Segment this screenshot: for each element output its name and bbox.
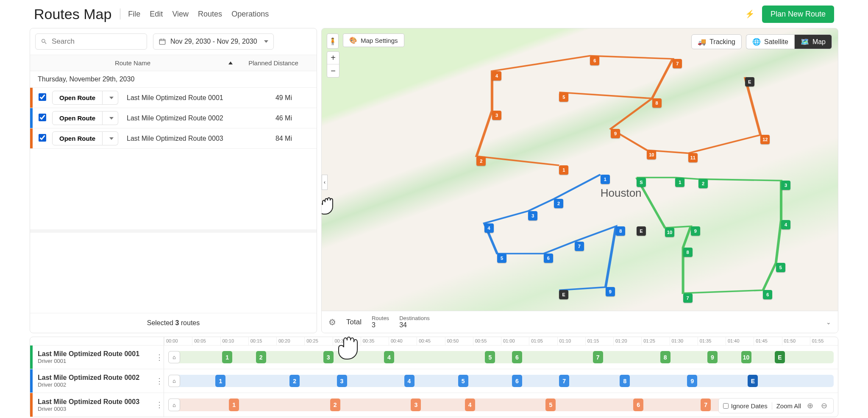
column-route-name[interactable]: Route Name	[56, 59, 209, 67]
route-checkbox[interactable]	[39, 114, 46, 121]
open-route-dropdown[interactable]	[103, 91, 118, 105]
plan-new-route-button[interactable]: Plan New Route	[762, 6, 834, 23]
map-stop-pin[interactable]: 2	[554, 199, 563, 208]
timeline-stop[interactable]: 5	[545, 398, 556, 411]
map-stop-pin[interactable]: E	[559, 290, 568, 299]
map-stop-pin[interactable]: 4	[492, 71, 501, 81]
map-stop-pin[interactable]: 6	[544, 254, 553, 263]
timeline-track[interactable]: ⌂ 123456789E	[164, 369, 838, 393]
menu-routes[interactable]: Routes	[198, 10, 222, 19]
open-route-button[interactable]: Open Route	[52, 131, 103, 145]
map-stop-pin[interactable]: 9	[691, 226, 700, 236]
timeline-stop[interactable]: 8	[660, 351, 670, 363]
map-stop-pin[interactable]: 8	[683, 248, 693, 257]
map-stop-pin[interactable]: 10	[647, 150, 656, 159]
map-stop-pin[interactable]: 12	[760, 135, 770, 144]
map-stop-pin[interactable]: E	[637, 226, 646, 236]
route-row[interactable]: Open Route Last Mile Optimized Route 000…	[30, 88, 317, 108]
map-stop-pin[interactable]: 5	[497, 254, 506, 263]
menu-operations[interactable]: Operations	[231, 10, 269, 19]
map-stop-pin[interactable]: 8	[616, 226, 625, 236]
timeline-stop[interactable]: 2	[330, 398, 340, 411]
timeline-stop[interactable]: 1	[229, 398, 239, 411]
map-stop-pin[interactable]: S	[637, 178, 646, 187]
zoom-in-icon[interactable]: ⊕	[805, 401, 815, 410]
checkbox[interactable]	[723, 403, 729, 409]
map-stop-pin[interactable]: 6	[763, 290, 772, 299]
map-stop-pin[interactable]: 2	[476, 156, 486, 166]
search-input[interactable]	[52, 37, 142, 46]
zoom-all-button[interactable]: Zoom All	[776, 402, 801, 410]
home-icon[interactable]: ⌂	[168, 398, 180, 411]
map-stop-pin[interactable]: 9	[606, 287, 615, 296]
timeline-stop[interactable]: 9	[687, 375, 697, 387]
open-route-button[interactable]: Open Route	[52, 111, 103, 125]
menu-file[interactable]: File	[128, 10, 140, 19]
row-menu-icon[interactable]: ⋮	[155, 369, 164, 393]
map-stop-pin[interactable]: 11	[688, 153, 698, 162]
home-icon[interactable]: ⌂	[168, 351, 180, 363]
timeline-stop[interactable]: 9	[707, 351, 718, 363]
scrollbar-horizontal[interactable]	[30, 229, 317, 233]
map-stop-pin[interactable]: 4	[484, 223, 494, 233]
map-stop-pin[interactable]: 3	[528, 211, 537, 220]
map-stop-pin[interactable]: 6	[590, 56, 599, 65]
column-planned-distance[interactable]: Planned Distance	[228, 59, 312, 67]
map-settings-button[interactable]: 🎨 Map Settings	[343, 33, 404, 47]
map-stop-pin[interactable]: 1	[601, 175, 610, 184]
zoom-out-button[interactable]: −	[327, 64, 339, 77]
route-checkbox[interactable]	[39, 134, 46, 142]
timeline-stop[interactable]: E	[775, 351, 785, 363]
map-stop-pin[interactable]: 1	[675, 178, 684, 187]
timeline-stop[interactable]: 3	[323, 351, 334, 363]
timeline-track[interactable]: ⌂ 12345678910E	[164, 346, 838, 369]
timeline-stop[interactable]: 5	[485, 351, 495, 363]
satellite-toggle[interactable]: 🌐 Satellite	[746, 34, 794, 49]
row-menu-icon[interactable]: ⋮	[155, 346, 164, 369]
map-stop-pin[interactable]: 5	[559, 92, 568, 102]
map-stop-pin[interactable]: 7	[575, 242, 584, 251]
timeline-stop[interactable]: 8	[620, 375, 630, 387]
route-checkbox[interactable]	[39, 93, 46, 101]
zoom-out-icon[interactable]: ⊖	[819, 401, 829, 410]
open-route-dropdown[interactable]	[103, 131, 118, 145]
timeline-stop[interactable]: 7	[593, 351, 603, 363]
pegman-icon[interactable]: 🧍	[327, 33, 339, 49]
open-route-dropdown[interactable]	[103, 111, 118, 125]
timeline-stop[interactable]: 6	[512, 351, 522, 363]
timeline-stop[interactable]: 6	[633, 398, 643, 411]
timeline-stop[interactable]: 3	[337, 375, 347, 387]
timeline-stop[interactable]: 6	[512, 375, 522, 387]
route-row[interactable]: Open Route Last Mile Optimized Route 000…	[30, 108, 317, 128]
date-range-picker[interactable]: Nov 29, 2030 - Nov 29, 2030	[153, 33, 274, 50]
search-input-wrap[interactable]	[35, 33, 147, 50]
map-stop-pin[interactable]: 2	[698, 179, 708, 188]
map-stop-pin[interactable]: 3	[492, 111, 501, 120]
open-route-button[interactable]: Open Route	[52, 91, 103, 105]
collapse-panel-button[interactable]: ‹	[322, 175, 328, 190]
map-stop-pin[interactable]: 7	[673, 59, 682, 68]
timeline-stop[interactable]: 1	[222, 351, 232, 363]
map-stop-pin[interactable]: 4	[781, 220, 790, 229]
map-toggle[interactable]: 🗺️ Map	[794, 34, 832, 49]
menu-view[interactable]: View	[172, 10, 189, 19]
tracking-button[interactable]: 🚚 Tracking	[691, 34, 742, 49]
timeline-stop[interactable]: 2	[256, 351, 266, 363]
timeline-stop[interactable]: 7	[559, 375, 569, 387]
map-stop-pin[interactable]: 5	[776, 263, 785, 272]
timeline-stop[interactable]: 5	[458, 375, 468, 387]
home-icon[interactable]: ⌂	[168, 375, 180, 387]
timeline-stop[interactable]: 4	[404, 375, 415, 387]
timeline-stop[interactable]: 4	[465, 398, 475, 411]
map-stop-pin[interactable]: 10	[665, 228, 674, 237]
timeline-stop[interactable]: 10	[741, 351, 751, 363]
ignore-dates-checkbox[interactable]: Ignore Dates	[723, 402, 772, 410]
timeline-stop[interactable]: 2	[289, 375, 300, 387]
chevron-down-icon[interactable]: ⌄	[826, 319, 831, 326]
timeline-stop[interactable]: 4	[384, 351, 394, 363]
row-menu-icon[interactable]: ⋮	[155, 393, 164, 417]
timeline-stop[interactable]: E	[748, 375, 758, 387]
map-stop-pin[interactable]: 3	[781, 181, 790, 190]
map-stop-pin[interactable]: 8	[652, 98, 662, 108]
map-panel[interactable]: Houston 🧍 🎨 Map Settings + − 🚚 Tracking …	[321, 28, 838, 333]
